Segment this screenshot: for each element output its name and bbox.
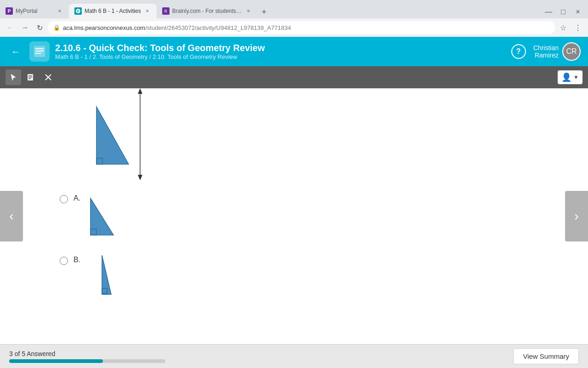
svg-marker-17 bbox=[90, 198, 113, 235]
progress-area: 3 of 5 Answered bbox=[9, 350, 513, 363]
app-logo bbox=[29, 41, 50, 62]
pearson-favicon: P bbox=[74, 7, 82, 15]
option-b-figure bbox=[86, 253, 118, 305]
toolbar: 👤 ▼ bbox=[0, 66, 588, 88]
option-a-label: A. bbox=[74, 194, 80, 202]
next-question-button[interactable]: › bbox=[565, 191, 588, 242]
user-menu-button[interactable]: 👤 ▼ bbox=[558, 70, 582, 84]
progress-bar-background bbox=[9, 359, 165, 363]
user-name: Christian Ramirez bbox=[533, 44, 559, 59]
lock-icon: 🔒 bbox=[53, 24, 60, 31]
option-b-radio[interactable] bbox=[60, 257, 68, 265]
window-close-button[interactable]: × bbox=[571, 6, 584, 18]
progress-bar-fill bbox=[9, 359, 103, 363]
new-tab-button[interactable]: + bbox=[258, 6, 271, 18]
header-right: ? Christian Ramirez CR bbox=[511, 42, 581, 61]
toolbar-right: 👤 ▼ bbox=[558, 70, 582, 84]
close-tool-button[interactable] bbox=[40, 69, 56, 85]
cursor-tool-button[interactable] bbox=[6, 69, 21, 85]
question-content: A. B. bbox=[0, 88, 588, 344]
option-a-triangle bbox=[86, 191, 123, 242]
option-a: A. bbox=[60, 191, 556, 244]
tab-pearson-close[interactable]: × bbox=[144, 7, 151, 15]
option-b-label: B. bbox=[74, 256, 80, 264]
app-header: ← 2.10.6 - Quick Check: Tools of Geometr… bbox=[0, 37, 588, 66]
tab-myportal-label: MyPortal bbox=[16, 8, 53, 14]
maximize-button[interactable]: □ bbox=[557, 6, 570, 18]
main-wrapper: ← 2.10.6 - Quick Check: Tools of Geometr… bbox=[0, 37, 588, 368]
tab-brainly-close[interactable]: × bbox=[245, 7, 252, 15]
option-a-radio[interactable] bbox=[60, 195, 68, 203]
url-display: aca.lms.pearsonconnexus.com/student/2645… bbox=[63, 24, 549, 31]
content-wrapper: ‹ › bbox=[0, 88, 588, 344]
svg-rect-3 bbox=[35, 48, 44, 49]
page-title: 2.10.6 - Quick Check: Tools of Geometry … bbox=[55, 43, 511, 53]
minimize-button[interactable]: — bbox=[542, 6, 555, 18]
forward-button[interactable]: → bbox=[18, 21, 31, 34]
chevron-down-icon: ▼ bbox=[573, 74, 579, 80]
myportal-favicon: P bbox=[6, 7, 13, 15]
svg-rect-4 bbox=[35, 51, 44, 52]
option-a-figure bbox=[86, 191, 123, 244]
header-title-area: 2.10.6 - Quick Check: Tools of Geometry … bbox=[55, 43, 511, 60]
toolbar-left bbox=[6, 69, 56, 85]
nav-icons: ☆ ⋮ bbox=[557, 21, 584, 34]
bottom-bar: 3 of 5 Answered View Summary bbox=[0, 344, 588, 368]
back-button[interactable]: ← bbox=[4, 21, 17, 34]
brainly-favicon: B bbox=[162, 7, 170, 15]
svg-text:P: P bbox=[77, 10, 79, 13]
reference-figure bbox=[60, 88, 556, 187]
tab-myportal-close[interactable]: × bbox=[56, 7, 63, 15]
help-button[interactable]: ? bbox=[511, 44, 526, 59]
svg-rect-9 bbox=[28, 78, 31, 79]
bookmark-button[interactable]: ☆ bbox=[557, 21, 570, 34]
sticky-note-tool-button[interactable] bbox=[23, 69, 39, 85]
tab-myportal[interactable]: P MyPortal × bbox=[0, 4, 69, 18]
main-triangle-svg bbox=[60, 88, 152, 185]
tab-pearson[interactable]: P Math 6 B - 1 - Activities × bbox=[69, 4, 157, 18]
option-b-triangle bbox=[86, 253, 118, 304]
breadcrumb: Math 6 B - 1 / 2. Tools of Geometry / 2.… bbox=[55, 53, 511, 60]
menu-button[interactable]: ⋮ bbox=[571, 21, 584, 34]
tab-brainly-label: Brainly.com - For students. By st bbox=[172, 8, 242, 14]
tab-bar: P MyPortal × P Math 6 B - 1 - Activities… bbox=[0, 0, 588, 18]
svg-marker-15 bbox=[96, 107, 129, 164]
view-summary-button[interactable]: View Summary bbox=[513, 348, 579, 364]
tab-pearson-label: Math 6 B - 1 - Activities bbox=[85, 8, 141, 14]
nav-bar: ← → ↻ 🔒 aca.lms.pearsonconnexus.com/stud… bbox=[0, 18, 588, 37]
avatar[interactable]: CR bbox=[562, 42, 581, 61]
svg-rect-7 bbox=[28, 75, 32, 76]
svg-marker-13 bbox=[138, 88, 142, 94]
app-back-button[interactable]: ← bbox=[7, 43, 24, 60]
option-b: B. bbox=[60, 253, 556, 305]
reload-button[interactable]: ↻ bbox=[33, 21, 46, 34]
prev-question-button[interactable]: ‹ bbox=[0, 191, 23, 242]
svg-rect-8 bbox=[28, 77, 32, 78]
address-bar[interactable]: 🔒 aca.lms.pearsonconnexus.com/student/26… bbox=[48, 21, 555, 34]
user-area: Christian Ramirez CR bbox=[533, 42, 581, 61]
progress-text: 3 of 5 Answered bbox=[9, 350, 513, 357]
person-icon: 👤 bbox=[561, 72, 571, 82]
svg-rect-5 bbox=[35, 53, 41, 54]
svg-marker-14 bbox=[138, 175, 142, 180]
tab-brainly[interactable]: B Brainly.com - For students. By st × bbox=[157, 4, 258, 18]
